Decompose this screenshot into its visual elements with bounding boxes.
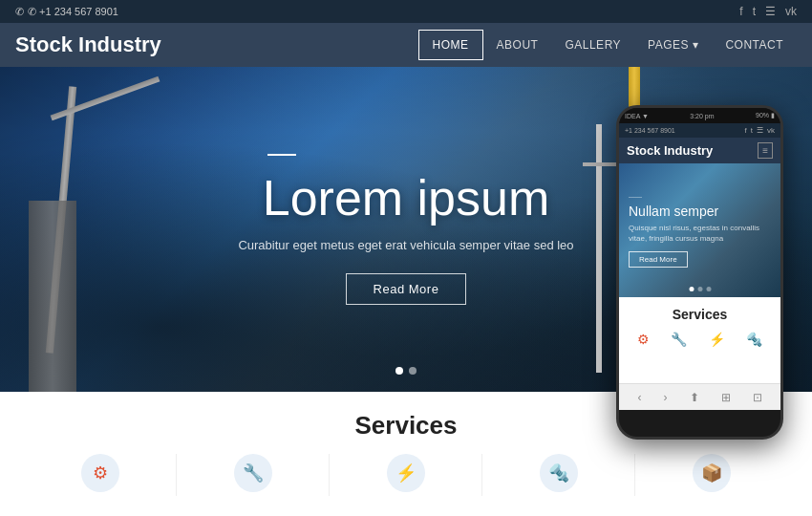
gear-icon: ⚙ bbox=[93, 462, 108, 484]
nav-links: HOME ABOUT GALLERY PAGES ▾ CONTACT bbox=[418, 30, 797, 60]
phone-vk-icon: vk bbox=[767, 126, 775, 135]
service-icon-circle-3: ⚡ bbox=[387, 454, 425, 492]
brand-name: Stock Industry bbox=[15, 32, 418, 57]
service-icon-circle-1: ⚙ bbox=[81, 454, 119, 492]
phone-forward-icon[interactable]: › bbox=[664, 391, 668, 404]
phone-icon: ✆ bbox=[15, 6, 24, 18]
service-item-1: ⚙ bbox=[24, 454, 177, 496]
phone-time: 3:20 pm bbox=[690, 113, 714, 119]
phone-menu-button[interactable]: ≡ bbox=[758, 142, 773, 159]
service-item-5: 📦 bbox=[635, 454, 788, 496]
phone-hero-dots bbox=[689, 287, 711, 291]
phone-service-icon-1: ⚙ bbox=[637, 332, 650, 347]
phone-back-icon[interactable]: ‹ bbox=[638, 391, 642, 404]
hero-line-decoration bbox=[267, 154, 296, 156]
phone-battery: 90% ▮ bbox=[756, 112, 775, 119]
phone-hero-line: —— bbox=[629, 193, 771, 200]
phone-navbar: Stock Industry ≡ bbox=[619, 138, 780, 163]
nav-gallery[interactable]: GALLERY bbox=[551, 31, 634, 59]
nav-home[interactable]: HOME bbox=[418, 30, 483, 60]
phone-bookmarks-icon[interactable]: ⊞ bbox=[721, 391, 731, 404]
phone-dot-2[interactable] bbox=[697, 287, 702, 291]
phone-hero: —— Nullam semper Quisque nisl risus, ege… bbox=[619, 163, 780, 297]
service-item-3: ⚡ bbox=[330, 454, 482, 496]
bolt-icon: ⚡ bbox=[395, 462, 417, 484]
nav-about[interactable]: ABOUT bbox=[483, 31, 552, 59]
dot-1[interactable] bbox=[395, 367, 403, 375]
phone-share-icon[interactable]: ⬆ bbox=[690, 391, 699, 404]
nut-icon: 🔩 bbox=[548, 462, 569, 484]
phone-facebook-icon: f bbox=[745, 126, 747, 135]
phone-hero-content: —— Nullam semper Quisque nisl risus, ege… bbox=[619, 163, 780, 297]
phone-dot-3[interactable] bbox=[706, 287, 711, 291]
nav-pages[interactable]: PAGES ▾ bbox=[634, 31, 712, 59]
service-icon-circle-5: 📦 bbox=[693, 454, 731, 492]
top-bar: ✆ ✆ +1 234 567 8901 f t ☰ vk bbox=[0, 0, 812, 23]
hero-title: Lorem ipsum bbox=[263, 169, 550, 226]
hero-dots bbox=[395, 367, 417, 375]
phone-service-icon-4: 🔩 bbox=[746, 332, 762, 347]
service-item-2: 🔧 bbox=[177, 454, 330, 496]
rss-icon[interactable]: ☰ bbox=[765, 5, 776, 18]
phone-hero-cta[interactable]: Read More bbox=[629, 251, 688, 268]
phone-status-bar: IDEA ▼ 3:20 pm 90% ▮ bbox=[619, 108, 780, 123]
box-icon: 📦 bbox=[701, 462, 722, 484]
phone-rss-icon: ☰ bbox=[757, 126, 763, 135]
phone-number: ✆ +1 234 567 8901 bbox=[28, 6, 118, 18]
phone-service-icon-3: ⚡ bbox=[709, 332, 725, 347]
phone-dot-1[interactable] bbox=[689, 287, 694, 291]
twitter-icon[interactable]: t bbox=[753, 5, 756, 18]
nav-contact[interactable]: CONTACT bbox=[712, 31, 797, 59]
phone-service-icon-2: 🔧 bbox=[671, 332, 687, 347]
phone-topbar: +1 234 567 8901 f t ☰ vk bbox=[619, 123, 780, 138]
service-icon-circle-2: 🔧 bbox=[234, 454, 272, 492]
navbar: Stock Industry HOME ABOUT GALLERY PAGES … bbox=[0, 23, 812, 67]
phone-social-links: f t ☰ vk bbox=[745, 126, 775, 135]
phone-tabs-icon[interactable]: ⊡ bbox=[753, 391, 762, 404]
service-item-4: 🔩 bbox=[482, 454, 635, 496]
phone-home-bar: ‹ › ⬆ ⊞ ⊡ bbox=[619, 383, 780, 410]
vk-icon[interactable]: vk bbox=[785, 5, 797, 18]
phone-screen: +1 234 567 8901 f t ☰ vk Stock Industry … bbox=[619, 123, 780, 410]
phone-hero-text: Quisque nisl risus, egestas in convallis… bbox=[629, 223, 771, 244]
phone-services-title: Services bbox=[627, 307, 773, 322]
phone-services-icons: ⚙ 🔧 ⚡ 🔩 bbox=[627, 332, 773, 347]
hero-subtitle: Curabitur eget metus eget erat vehicula … bbox=[238, 238, 573, 252]
social-links: f t ☰ vk bbox=[739, 5, 797, 18]
phone-services: Services ⚙ 🔧 ⚡ 🔩 bbox=[619, 297, 780, 383]
service-icon-circle-4: 🔩 bbox=[540, 454, 578, 492]
services-icons-row: ⚙ 🔧 ⚡ 🔩 📦 bbox=[0, 454, 812, 496]
phone-carrier: IDEA ▼ bbox=[625, 113, 649, 119]
phone-topbar-number: +1 234 567 8901 bbox=[625, 127, 675, 134]
phone-twitter-icon: t bbox=[751, 126, 753, 135]
phone-mockup: IDEA ▼ 3:20 pm 90% ▮ +1 234 567 8901 f t… bbox=[616, 105, 783, 440]
phone-hero-title: Nullam semper bbox=[629, 204, 771, 219]
phone-brand: Stock Industry bbox=[627, 143, 713, 158]
hero-cta-button[interactable]: Read More bbox=[346, 273, 467, 305]
facebook-icon[interactable]: f bbox=[739, 5, 742, 18]
top-bar-phone: ✆ ✆ +1 234 567 8901 bbox=[15, 6, 118, 18]
wrench-icon: 🔧 bbox=[243, 462, 264, 484]
dot-2[interactable] bbox=[409, 367, 417, 375]
